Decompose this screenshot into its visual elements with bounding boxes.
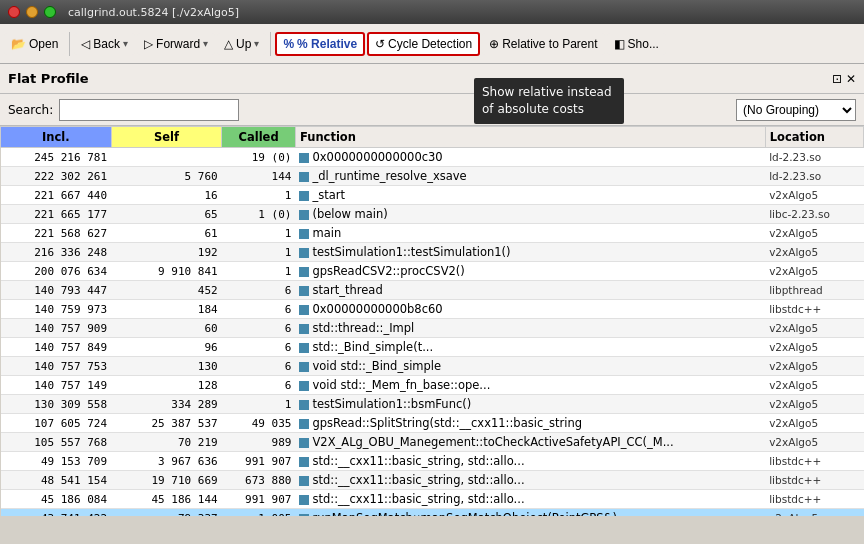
table-row[interactable]: 107 605 724 25 387 537 49 035 gpsRead::S… — [1, 414, 864, 433]
cell-self: 130 — [111, 357, 222, 376]
cell-incl: 48 541 154 — [1, 471, 112, 490]
cell-called: 989 — [222, 433, 296, 452]
cell-self: 128 — [111, 376, 222, 395]
cell-function[interactable]: V2X_ALg_OBU_Manegement::toCheckActiveSaf… — [295, 433, 765, 452]
forward-button[interactable]: ▷ Forward ▾ — [137, 33, 215, 55]
table-row[interactable]: 216 336 248 192 1 testSimulation1::testS… — [1, 243, 864, 262]
back-button[interactable]: ◁ Back ▾ — [74, 33, 135, 55]
cell-function[interactable]: gpsReadCSV2::procCSV2() — [295, 262, 765, 281]
cell-incl: 43 741 422 — [1, 509, 112, 517]
cell-function[interactable]: std::__cxx11::basic_string, std::allo... — [295, 471, 765, 490]
cell-function[interactable]: (below main) — [295, 205, 765, 224]
cycle-icon: ↺ — [375, 37, 385, 51]
cell-incl: 130 309 558 — [1, 395, 112, 414]
cell-self: 70 219 — [111, 433, 222, 452]
maximize-button[interactable] — [44, 6, 56, 18]
table-row[interactable]: 140 793 447 452 6 start_thread libpthrea… — [1, 281, 864, 300]
table-row[interactable]: 140 759 973 184 6 0x00000000000b8c60 lib… — [1, 300, 864, 319]
cell-called: 6 — [222, 357, 296, 376]
cell-called: 991 907 — [222, 452, 296, 471]
folder-icon: 📂 — [11, 37, 26, 51]
cell-called: 1 — [222, 395, 296, 414]
up-button[interactable]: △ Up ▾ — [217, 33, 266, 55]
cell-called: 6 — [222, 376, 296, 395]
table-row[interactable]: 45 186 084 45 186 144 991 907 std::__cxx… — [1, 490, 864, 509]
cell-function[interactable]: std::__cxx11::basic_string, std::allo... — [295, 490, 765, 509]
table-row[interactable]: 140 757 909 60 6 std::thread::_Impl v2xA… — [1, 319, 864, 338]
cell-location: libstdc++ — [765, 452, 863, 471]
cell-called: 49 035 — [222, 414, 296, 433]
table-row[interactable]: 49 153 709 3 967 636 991 907 std::__cxx1… — [1, 452, 864, 471]
open-button[interactable]: 📂 Open — [4, 33, 65, 55]
cell-self: 192 — [111, 243, 222, 262]
up-arrow-icon: ▾ — [254, 38, 259, 49]
cell-function[interactable]: testSimulation1::testSimulation1() — [295, 243, 765, 262]
cell-function[interactable]: gpsRead::SplitString(std::__cxx11::basic… — [295, 414, 765, 433]
cell-self: 184 — [111, 300, 222, 319]
table-container[interactable]: Incl. Self Called Function Location 245 … — [0, 126, 864, 516]
cell-location: v2xAlgo5 — [765, 224, 863, 243]
cell-function[interactable]: _start — [295, 186, 765, 205]
table-row[interactable]: 245 216 781 19 (0) 0x0000000000000c30 ld… — [1, 148, 864, 167]
cell-function[interactable]: void std::_Mem_fn_base::ope... — [295, 376, 765, 395]
close-panel-icon[interactable]: ✕ — [846, 72, 856, 86]
cell-function[interactable]: std::__cxx11::basic_string, std::allo... — [295, 452, 765, 471]
cell-function[interactable]: std::thread::_Impl — [295, 319, 765, 338]
cell-function[interactable]: void std::_Bind_simple — [295, 357, 765, 376]
table-row[interactable]: 140 757 849 96 6 std::_Bind_simple(t... … — [1, 338, 864, 357]
col-header-called[interactable]: Called — [222, 127, 296, 148]
col-header-incl[interactable]: Incl. — [1, 127, 112, 148]
search-input[interactable] — [59, 99, 239, 121]
cell-called: 1 005 — [222, 509, 296, 517]
cell-self: 19 710 669 — [111, 471, 222, 490]
toolbar-separator-2 — [270, 32, 271, 56]
cycle-detection-button[interactable]: ↺ Cycle Detection — [367, 32, 480, 56]
cell-incl: 45 186 084 — [1, 490, 112, 509]
cell-function[interactable]: runMapSegMatch::mapSegMatchObeject(Point… — [295, 509, 765, 517]
cell-self: 65 — [111, 205, 222, 224]
cell-function[interactable]: main — [295, 224, 765, 243]
cell-function[interactable]: 0x00000000000b8c60 — [295, 300, 765, 319]
table-row[interactable]: 200 076 634 9 910 841 1 gpsReadCSV2::pro… — [1, 262, 864, 281]
cell-called: 6 — [222, 281, 296, 300]
col-header-self[interactable]: Self — [111, 127, 222, 148]
cell-incl: 140 759 973 — [1, 300, 112, 319]
restore-icon[interactable]: ⊡ — [832, 72, 842, 86]
col-header-function[interactable]: Function — [295, 127, 765, 148]
cell-function[interactable]: 0x0000000000000c30 — [295, 148, 765, 167]
show-button[interactable]: ◧ Sho... — [607, 33, 666, 55]
function-table: Incl. Self Called Function Location 245 … — [0, 126, 864, 516]
cell-self — [111, 148, 222, 167]
table-row[interactable]: 140 757 149 128 6 void std::_Mem_fn_base… — [1, 376, 864, 395]
table-row[interactable]: 222 302 261 5 760 144 _dl_runtime_resolv… — [1, 167, 864, 186]
table-row[interactable]: 221 667 440 16 1 _start v2xAlgo5 — [1, 186, 864, 205]
percent-icon: % — [283, 37, 294, 51]
cell-incl: 221 667 440 — [1, 186, 112, 205]
rel-parent-icon: ⊕ — [489, 37, 499, 51]
cell-function[interactable]: testSimulation1::bsmFunc() — [295, 395, 765, 414]
close-button[interactable] — [8, 6, 20, 18]
relative-to-parent-button[interactable]: ⊕ Relative to Parent — [482, 33, 604, 55]
table-row[interactable]: 221 568 627 61 1 main v2xAlgo5 — [1, 224, 864, 243]
cell-function[interactable]: _dl_runtime_resolve_xsave — [295, 167, 765, 186]
back-arrow-icon: ▾ — [123, 38, 128, 49]
function-icon — [299, 457, 309, 467]
cell-self: 334 289 — [111, 395, 222, 414]
cell-self: 61 — [111, 224, 222, 243]
table-row[interactable]: 130 309 558 334 289 1 testSimulation1::b… — [1, 395, 864, 414]
table-row[interactable]: 221 665 177 65 1 (0) (below main) libc-2… — [1, 205, 864, 224]
table-row[interactable]: 140 757 753 130 6 void std::_Bind_simple… — [1, 357, 864, 376]
relative-button[interactable]: % % Relative — [275, 32, 365, 56]
table-row[interactable]: 105 557 768 70 219 989 V2X_ALg_OBU_Maneg… — [1, 433, 864, 452]
cell-function[interactable]: std::_Bind_simple(t... — [295, 338, 765, 357]
function-icon — [299, 210, 309, 220]
cell-self: 9 910 841 — [111, 262, 222, 281]
cell-function[interactable]: start_thread — [295, 281, 765, 300]
col-header-location[interactable]: Location — [765, 127, 863, 148]
grouping-select[interactable]: (No Grouping) ELF Object File Class Func… — [736, 99, 856, 121]
up-icon: △ — [224, 37, 233, 51]
minimize-button[interactable] — [26, 6, 38, 18]
table-row[interactable]: 48 541 154 19 710 669 673 880 std::__cxx… — [1, 471, 864, 490]
table-row[interactable]: 43 741 422 79 337 1 005 runMapSegMatch::… — [1, 509, 864, 517]
cell-incl: 107 605 724 — [1, 414, 112, 433]
